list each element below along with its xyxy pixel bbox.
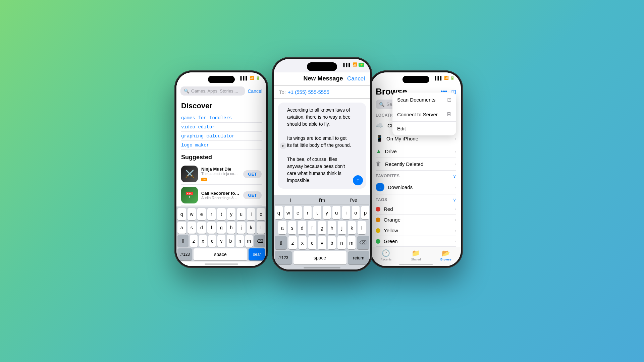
appstore-search-bar[interactable]: 🔍 Games, Apps, Stories,... Cancel [176, 84, 266, 98]
key-c[interactable]: c [208, 235, 216, 247]
ck-j[interactable]: j [338, 221, 346, 234]
key-x[interactable]: x [199, 235, 207, 247]
key-u[interactable]: u [237, 208, 246, 220]
ck-p[interactable]: p [361, 206, 369, 219]
get-button-recorder[interactable]: GET [243, 191, 262, 199]
ck-g[interactable]: g [318, 221, 326, 234]
tab-recents[interactable]: 🕐 Recents [371, 249, 401, 261]
key-t[interactable]: t [217, 208, 226, 220]
ck-r[interactable]: r [304, 206, 312, 219]
ck-w[interactable]: w [284, 206, 292, 219]
key-m[interactable]: m [245, 235, 253, 247]
ck-y[interactable]: y [323, 206, 331, 219]
ck-s[interactable]: s [288, 221, 297, 234]
background: ▌▌▌ 📶 🔋 🔍 Games, Apps, Stories,... Cance… [0, 0, 644, 362]
tag-row-yellow[interactable]: Yellow › [376, 225, 456, 236]
suggestion-im[interactable]: i'm [306, 196, 338, 204]
ck-return[interactable]: return [348, 251, 369, 264]
favorite-row-downloads[interactable]: ↓ Downloads › [376, 180, 456, 194]
suggestion-ive[interactable]: i've [338, 196, 369, 204]
favorites-section-header[interactable]: Favorites ∨ [376, 171, 456, 180]
key-numeric-left[interactable]: .?123 [177, 248, 192, 260]
key-w[interactable]: w [187, 208, 196, 220]
key-j[interactable]: j [237, 222, 246, 234]
location-row-trash[interactable]: 🗑 Recently Deleted › [376, 158, 456, 171]
key-r[interactable]: r [207, 208, 216, 220]
ck-u[interactable]: u [332, 206, 340, 219]
key-q[interactable]: q [177, 208, 186, 220]
dropdown-item-scan[interactable]: Scan Documents ⊡ [392, 93, 456, 107]
suggestion-2[interactable]: video editor [181, 123, 262, 132]
ck-c[interactable]: c [308, 236, 316, 249]
ck-i[interactable]: i [342, 206, 350, 219]
tag-row-orange[interactable]: Orange › [376, 215, 456, 225]
key-k[interactable]: k [247, 222, 256, 234]
key-f[interactable]: f [207, 222, 216, 234]
key-b[interactable]: b [227, 235, 234, 247]
key-space-left[interactable]: space [194, 248, 247, 260]
tags-section-header[interactable]: Tags ∨ [376, 194, 456, 204]
ck-numeric[interactable]: .?123 [275, 251, 292, 264]
tab-shared[interactable]: 📁 Shared [401, 249, 431, 261]
key-e[interactable]: e [197, 208, 206, 220]
ck-o[interactable]: o [352, 206, 360, 219]
key-n[interactable]: n [236, 235, 244, 247]
battery-green-center: ⚡ [359, 63, 364, 67]
dropdown-item-server[interactable]: Connect to Server 🖥 [392, 107, 456, 122]
key-l[interactable]: l [257, 222, 265, 234]
dropdown-item-edit[interactable]: Edit [392, 122, 456, 135]
ck-h[interactable]: h [328, 221, 336, 234]
key-z[interactable]: z [190, 235, 198, 247]
tag-row-red[interactable]: Red › [376, 204, 456, 215]
expand-button[interactable]: ▶ [280, 142, 286, 149]
key-o[interactable]: o [257, 208, 265, 220]
ck-n[interactable]: n [337, 236, 345, 249]
search-field[interactable]: 🔍 Games, Apps, Stories,... [180, 86, 245, 96]
ck-x[interactable]: x [299, 236, 307, 249]
key-s[interactable]: s [187, 222, 196, 234]
ck-m[interactable]: m [347, 236, 356, 249]
tags-chevron[interactable]: ∨ [453, 197, 456, 202]
key-a[interactable]: a [177, 222, 186, 234]
ck-space[interactable]: space [293, 251, 346, 264]
ck-d[interactable]: d [298, 221, 306, 234]
ck-v[interactable]: v [318, 236, 326, 249]
suggestion-i[interactable]: i [275, 196, 306, 204]
suggestion-1[interactable]: games for toddlers [181, 114, 262, 123]
recents-icon: 🕐 [382, 249, 390, 257]
suggestion-4[interactable]: logo maker [181, 141, 262, 150]
key-v[interactable]: v [217, 235, 225, 247]
ck-e[interactable]: e [294, 206, 302, 219]
key-search-left[interactable]: sear [249, 248, 265, 260]
favorites-chevron-up[interactable]: ∨ [453, 173, 456, 179]
ck-b[interactable]: b [328, 236, 336, 249]
ck-k[interactable]: k [348, 221, 356, 234]
ck-q[interactable]: q [275, 206, 283, 219]
ck-f[interactable]: f [308, 221, 316, 234]
ck-t[interactable]: t [313, 206, 321, 219]
key-g[interactable]: g [217, 222, 226, 234]
get-button-ninja[interactable]: GET [243, 170, 262, 178]
key-h[interactable]: h [227, 222, 236, 234]
key-y[interactable]: y [227, 208, 236, 220]
tab-browse[interactable]: 📂 Browse [431, 249, 461, 261]
app-row-recorder[interactable]: REC ● Call Recorder for iPhone. Audio Re… [181, 185, 262, 206]
suggestion-3[interactable]: graphing calculator [181, 132, 262, 141]
ck-a[interactable]: a [278, 221, 286, 234]
send-button[interactable]: ↑ [353, 175, 363, 185]
location-row-drive[interactable]: ▲ Drive › [376, 145, 456, 158]
key-shift-left[interactable]: ⇧ [177, 235, 189, 247]
ck-l[interactable]: l [358, 221, 366, 234]
messages-cancel-button[interactable]: Cancel [347, 75, 365, 82]
ck-z[interactable]: z [288, 236, 297, 249]
ck-shift[interactable]: ⇧ [275, 236, 287, 249]
messages-to-field[interactable]: To: +1 (555) 555-5555 [274, 86, 370, 99]
key-delete-left[interactable]: ⌫ [254, 235, 265, 247]
key-i[interactable]: i [247, 208, 256, 220]
ck-delete[interactable]: ⌫ [357, 236, 369, 249]
app-row-ninja[interactable]: ⚔️ Ninja Must Die The coolest ninja comb… [181, 164, 262, 185]
scan-documents-icon: ⊡ [447, 97, 451, 103]
cancel-button-left[interactable]: Cancel [248, 88, 262, 94]
key-d[interactable]: d [197, 222, 206, 234]
tag-row-green[interactable]: Green › [376, 236, 456, 247]
